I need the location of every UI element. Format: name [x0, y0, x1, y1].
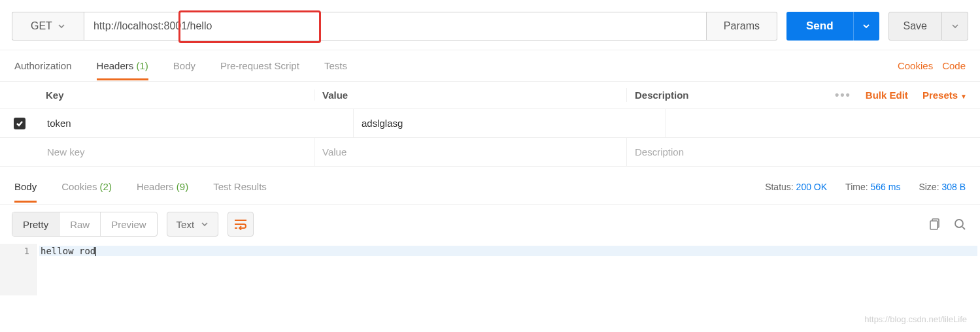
resp-tab-cookies-count: (2) — [100, 181, 112, 192]
text-cursor — [95, 247, 96, 256]
new-desc-input[interactable]: Description — [626, 138, 980, 166]
tab-prerequest-label: Pre-request Script — [220, 60, 299, 71]
line-gutter: 1 — [0, 244, 37, 295]
preview-button[interactable]: Preview — [100, 212, 156, 236]
size-meta: Size: 308 B — [919, 182, 966, 192]
resp-tab-headers[interactable]: Headers (9) — [137, 171, 188, 203]
time-value: 566 ms — [870, 182, 900, 192]
search-response-button[interactable] — [951, 216, 968, 233]
tab-authorization[interactable]: Authorization — [14, 51, 72, 80]
chevron-down-icon — [862, 22, 870, 30]
tab-tests[interactable]: Tests — [324, 51, 347, 80]
copy-response-button[interactable] — [925, 216, 942, 233]
time-meta: Time: 566 ms — [845, 182, 900, 192]
save-label: Save — [904, 20, 927, 32]
http-method-label: GET — [31, 20, 52, 32]
col-key: Key — [0, 90, 314, 101]
view-mode-group: Pretty Raw Preview — [12, 212, 158, 237]
resp-tab-cookies[interactable]: Cookies (2) — [61, 171, 112, 203]
resp-tab-headers-count: (9) — [177, 181, 188, 192]
status-meta: Status: 200 OK — [765, 182, 827, 192]
resp-tab-cookies-label: Cookies — [61, 181, 97, 192]
wrap-lines-button[interactable] — [228, 212, 254, 237]
send-dropdown[interactable] — [853, 12, 879, 41]
caret-down-icon: ▼ — [960, 93, 967, 100]
tab-prerequest[interactable]: Pre-request Script — [220, 51, 299, 80]
new-value-input[interactable]: Value — [314, 138, 626, 166]
tab-body[interactable]: Body — [173, 51, 195, 80]
chevron-down-icon — [58, 22, 65, 30]
cookies-link[interactable]: Cookies — [898, 60, 933, 71]
chevron-down-icon — [951, 22, 959, 30]
size-value: 308 B — [941, 182, 966, 192]
format-label: Text — [177, 219, 195, 230]
check-icon — [16, 120, 24, 127]
chevron-down-icon — [201, 220, 209, 228]
resp-tab-tests[interactable]: Test Results — [213, 171, 267, 203]
format-select[interactable]: Text — [167, 212, 219, 237]
presets-dropdown[interactable]: Presets▼ — [922, 90, 967, 101]
send-label: Send — [806, 20, 834, 33]
raw-button[interactable]: Raw — [59, 212, 100, 236]
tab-headers-count: (1) — [136, 60, 148, 71]
tab-headers-label: Headers — [97, 60, 134, 71]
copy-icon — [927, 218, 940, 231]
time-label: Time: — [845, 182, 868, 192]
params-label: Params — [724, 20, 760, 32]
row-checkbox[interactable] — [14, 118, 25, 129]
new-key-input[interactable]: New key — [0, 146, 314, 158]
col-description: Description — [635, 90, 689, 101]
tab-authorization-label: Authorization — [14, 60, 72, 71]
table-row: token adslglasg — [0, 109, 980, 138]
http-method-select[interactable]: GET — [12, 12, 84, 41]
status-label: Status: — [765, 182, 794, 192]
header-desc-input[interactable] — [666, 109, 980, 137]
response-code[interactable]: hellow rod — [37, 244, 980, 295]
search-icon — [953, 218, 966, 231]
size-label: Size: — [919, 182, 939, 192]
col-value: Value — [314, 90, 626, 101]
svg-point-1 — [955, 220, 963, 227]
save-button[interactable]: Save — [888, 12, 942, 41]
tab-body-label: Body — [173, 60, 195, 71]
columns-options-icon[interactable]: ••• — [835, 88, 851, 102]
pretty-button[interactable]: Pretty — [12, 212, 59, 236]
watermark: https://blog.csdn.net/lileLife — [864, 314, 967, 324]
headers-table: Key Value Description ••• Bulk Edit Pres… — [0, 82, 980, 167]
send-button[interactable]: Send — [786, 12, 853, 41]
code-link[interactable]: Code — [942, 60, 966, 71]
resp-tab-tests-label: Test Results — [213, 181, 267, 192]
wrap-icon — [233, 218, 248, 230]
header-key-input[interactable]: token — [39, 118, 353, 129]
resp-tab-body[interactable]: Body — [14, 171, 37, 203]
url-input[interactable]: http://localhost:8001/hello — [84, 12, 707, 41]
bulk-edit-link[interactable]: Bulk Edit — [866, 90, 908, 101]
resp-tab-headers-label: Headers — [137, 181, 174, 192]
response-line-1: hellow rod — [41, 246, 95, 256]
header-value-input[interactable]: adslglasg — [353, 109, 666, 137]
status-value: 200 OK — [796, 182, 827, 192]
tab-headers[interactable]: Headers (1) — [97, 51, 148, 80]
save-dropdown[interactable] — [942, 12, 968, 41]
svg-rect-0 — [930, 221, 938, 229]
params-button[interactable]: Params — [707, 12, 777, 41]
response-body-area: 1 hellow rod — [0, 244, 980, 295]
table-row-new: New key Value Description — [0, 138, 980, 167]
url-text: http://localhost:8001/hello — [93, 20, 212, 32]
resp-tab-body-label: Body — [14, 181, 37, 192]
tab-tests-label: Tests — [324, 60, 347, 71]
presets-label: Presets — [922, 90, 958, 101]
